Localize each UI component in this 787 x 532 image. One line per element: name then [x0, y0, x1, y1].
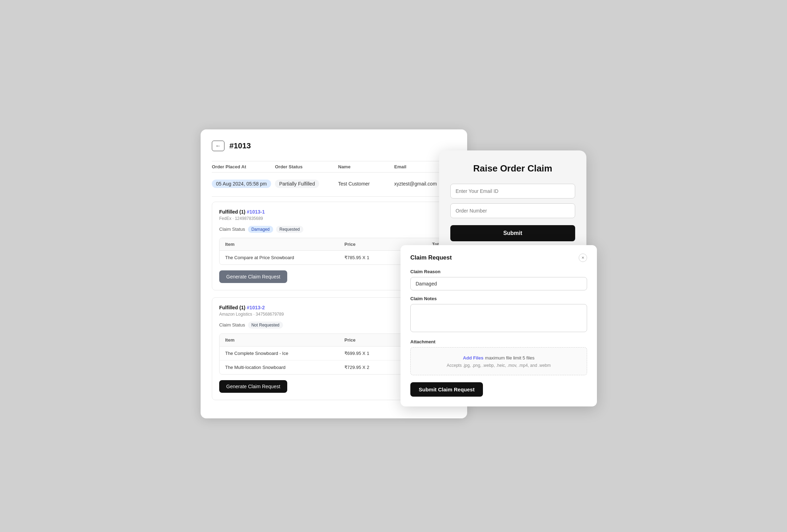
attachment-area[interactable]: Add Files maximum file limit 5 files Acc…	[410, 347, 587, 375]
claim-status-label-1: Claim Status	[219, 227, 245, 232]
email-field[interactable]	[450, 184, 575, 198]
claim-status-row-1: Claim Status Damaged Requested	[219, 226, 449, 233]
raise-claim-title: Raise Order Claim	[450, 163, 575, 174]
claim-notes-textarea[interactable]	[410, 304, 587, 332]
modal-close-button[interactable]: ×	[579, 254, 587, 262]
modal-header: Claim Request ×	[410, 254, 587, 262]
order-table-header: Order Placed At Order Status Name Email	[212, 161, 456, 173]
back-arrow-icon: ←	[215, 143, 221, 149]
order-date-badge: 05 Aug 2024, 05:58 pm	[212, 180, 275, 188]
attachment-types-text: Accepts .jpg, .png, .webp, .heic, .mov, …	[418, 363, 580, 368]
generate-claim-btn-1[interactable]: Generate Claim Request	[219, 270, 287, 283]
fulfillment-1-carrier: FedEx · 124987835689	[219, 216, 449, 221]
claim-status-label-2: Claim Status	[219, 322, 245, 328]
badge-damaged: Damaged	[248, 226, 273, 233]
order-number-field[interactable]	[450, 203, 575, 218]
claim-reason-input[interactable]	[410, 277, 587, 290]
submit-claim-button[interactable]: Submit Claim Request	[410, 382, 483, 397]
claim-reason-label: Claim Reason	[410, 269, 587, 274]
modal-title: Claim Request	[410, 254, 452, 261]
col-order-status: Order Status	[275, 164, 338, 169]
claim-notes-label: Claim Notes	[410, 296, 587, 301]
claim-request-modal: Claim Request × Claim Reason Claim Notes…	[401, 245, 597, 406]
order-header: ← #1013	[212, 141, 456, 151]
col-name: Name	[338, 164, 394, 169]
order-info-row: 05 Aug 2024, 05:58 pm Partially Fulfille…	[212, 176, 456, 191]
badge-requested: Requested	[276, 226, 303, 233]
attachment-limit-value: maximum file limit 5 files	[485, 355, 534, 361]
badge-not-requested: Not Requested	[248, 322, 283, 329]
back-button[interactable]: ←	[212, 141, 224, 151]
generate-claim-btn-2[interactable]: Generate Claim Request	[219, 380, 287, 393]
order-status-badge: Partially Fulfilled	[275, 180, 338, 188]
raise-claim-card: Raise Order Claim Submit	[439, 150, 586, 252]
attachment-add-files-row: Add Files maximum file limit 5 files	[418, 355, 580, 361]
attachment-label: Attachment	[410, 339, 587, 344]
order-title: #1013	[229, 141, 251, 150]
col-order-placed-at: Order Placed At	[212, 164, 275, 169]
add-files-link[interactable]: Add Files	[463, 355, 484, 361]
submit-button[interactable]: Submit	[450, 225, 575, 241]
fulfillment-1-title: Fulfilled (1) #1013-1	[219, 209, 449, 215]
customer-name: Test Customer	[338, 181, 394, 187]
